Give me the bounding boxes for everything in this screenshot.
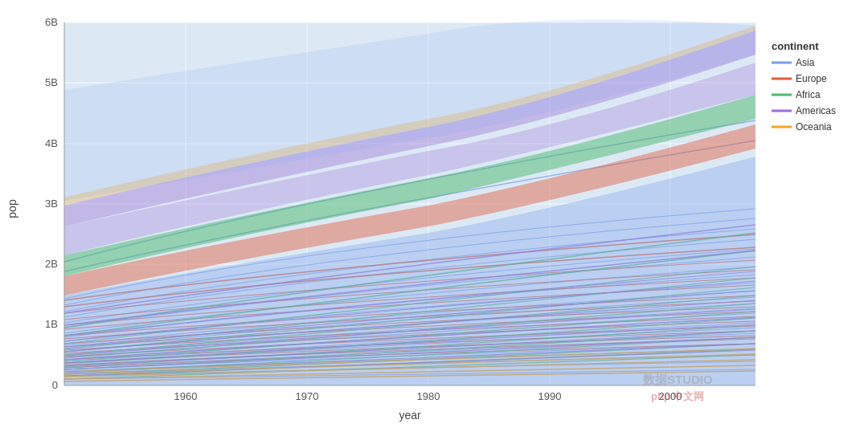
x-label-1970: 1970: [296, 390, 319, 402]
y-label-1b: 1B: [45, 318, 58, 330]
legend-asia-label: Asia: [796, 57, 815, 68]
y-label-6b: 6B: [45, 16, 58, 28]
x-label-1960: 1960: [174, 390, 198, 402]
chart-container: 0 1B 2B 3B 4B 5B 6B 1960 1970 1980 1990 …: [0, 0, 868, 428]
y-label-0: 0: [52, 379, 58, 391]
watermark-2: php 中文网: [651, 390, 704, 402]
watermark-1: 数据STUDIO: [642, 373, 713, 386]
y-label-5b: 5B: [45, 76, 58, 88]
legend-europe-label: Europe: [796, 73, 827, 84]
x-label-1990: 1990: [538, 390, 562, 402]
x-label-1980: 1980: [417, 390, 440, 402]
y-label-2b: 2B: [45, 258, 58, 270]
y-label-4b: 4B: [45, 137, 58, 149]
y-label-3b: 3B: [45, 198, 58, 210]
legend-oceania-label: Oceania: [796, 121, 832, 132]
legend-africa-label: Africa: [796, 89, 821, 100]
legend-title: continent: [772, 40, 819, 52]
legend-americas-label: Americas: [796, 105, 836, 116]
main-chart: 0 1B 2B 3B 4B 5B 6B 1960 1970 1980 1990 …: [0, 0, 868, 428]
x-axis-label: year: [399, 409, 421, 422]
y-axis-label: pop: [6, 199, 18, 218]
